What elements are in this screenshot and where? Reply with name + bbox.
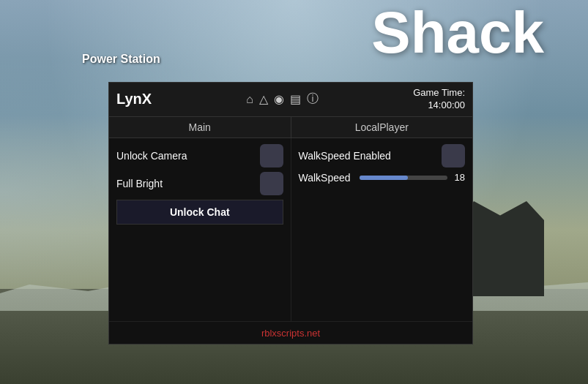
walkspeed-fill: [360, 176, 408, 180]
info-icon[interactable]: ⓘ: [307, 91, 319, 107]
walkspeed-track[interactable]: [360, 176, 447, 180]
full-bright-label: Full Bright: [116, 178, 163, 189]
tab-row: Main LocalPlayer: [109, 117, 472, 138]
walkspeed-enabled-label: WalkSpeed Enabled: [299, 150, 391, 162]
walkspeed-enabled-row: WalkSpeed Enabled: [299, 144, 466, 167]
unlock-camera-label: Unlock Camera: [116, 150, 187, 162]
localplayer-column: WalkSpeed Enabled WalkSpeed 18: [291, 138, 473, 321]
walkspeed-enabled-toggle[interactable]: [442, 144, 465, 167]
unlock-chat-button[interactable]: Unlock Chat: [116, 200, 283, 225]
unlock-camera-toggle[interactable]: [260, 144, 283, 167]
shack-title: Shack: [371, 0, 544, 62]
footer-link[interactable]: rblxscripts.net: [261, 328, 320, 339]
panel-footer: rblxscripts.net: [109, 321, 472, 344]
grid-icon[interactable]: ▤: [290, 92, 301, 106]
location-label: Power Station: [82, 53, 160, 66]
walkspeed-label: WalkSpeed: [299, 172, 351, 184]
walkspeed-slider-row: WalkSpeed 18: [299, 172, 466, 184]
panel-content: Unlock Camera Full Bright Unlock Chat Wa…: [109, 138, 472, 321]
eye-icon[interactable]: ◉: [274, 92, 284, 106]
full-bright-toggle[interactable]: [260, 172, 283, 195]
panel-header: LynX ⌂ △ ◉ ▤ ⓘ Game Time: 14:00:00: [109, 83, 472, 117]
lynx-panel: LynX ⌂ △ ◉ ▤ ⓘ Game Time: 14:00:00 Main …: [108, 82, 473, 345]
unlock-camera-row: Unlock Camera: [116, 144, 283, 167]
game-time-label: Game Time:: [413, 87, 465, 99]
full-bright-row: Full Bright: [116, 172, 283, 195]
main-column: Unlock Camera Full Bright Unlock Chat: [109, 138, 291, 321]
tab-main[interactable]: Main: [109, 117, 291, 138]
walkspeed-value: 18: [452, 172, 465, 183]
panel-title: LynX: [116, 91, 152, 108]
game-time-value: 14:00:00: [413, 99, 465, 112]
home-icon[interactable]: ⌂: [246, 93, 253, 106]
game-time: Game Time: 14:00:00: [413, 87, 465, 112]
tab-localplayer[interactable]: LocalPlayer: [291, 117, 473, 138]
header-icons: ⌂ △ ◉ ▤ ⓘ: [246, 91, 319, 107]
warning-icon[interactable]: △: [259, 92, 268, 106]
